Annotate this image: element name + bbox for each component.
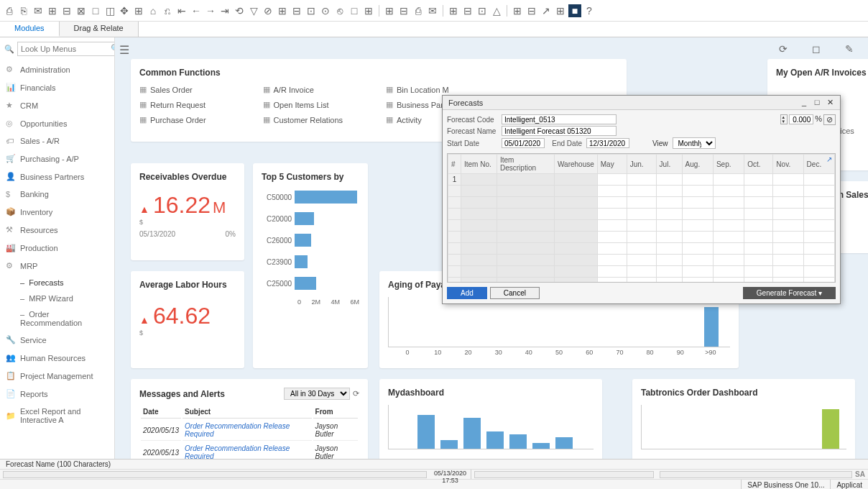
grid-row[interactable] <box>448 243 835 255</box>
table-row[interactable]: 2020/05/13Order Recommendation Release R… <box>141 442 358 459</box>
toolbar-icon[interactable]: → <box>204 4 217 17</box>
toolbar-icon[interactable]: ⇤ <box>175 4 188 17</box>
menu-item[interactable]: ⚙MRP <box>0 257 114 275</box>
toolbar-icon[interactable]: ⌂ <box>147 4 160 17</box>
toolbar-icon[interactable]: ⊞ <box>132 4 145 17</box>
toolbar-icon[interactable]: ⎘ <box>17 4 30 17</box>
grid-row[interactable] <box>448 186 835 197</box>
menu-item[interactable]: 📄Reports <box>0 385 114 403</box>
search-input[interactable] <box>17 42 115 56</box>
column-header[interactable]: From <box>313 406 358 419</box>
scrollbar[interactable] <box>660 471 852 478</box>
toolbar-icon[interactable]: ⊞ <box>383 4 396 17</box>
column-header[interactable]: Subject <box>183 406 312 419</box>
grid-header[interactable]: Warehouse <box>555 155 598 174</box>
toolbar-icon[interactable]: ■ <box>568 4 581 17</box>
toolbar-icon[interactable]: ⊞ <box>276 4 289 17</box>
toolbar-icon[interactable]: ↗ <box>540 4 553 17</box>
toolbar-icon[interactable]: ⊠ <box>75 4 88 17</box>
grid-row[interactable] <box>448 209 835 220</box>
menu-item[interactable]: ⚙Administration <box>0 60 114 78</box>
function-item[interactable]: ▦Customer Relations <box>263 115 372 124</box>
grid-header[interactable]: Nov. <box>773 155 803 174</box>
toolbar-icon[interactable]: ▽ <box>247 4 260 17</box>
toolbar-icon[interactable]: ⇥ <box>218 4 231 17</box>
tab-drag-relate[interactable]: Drag & Relate <box>60 22 139 37</box>
grid-header[interactable]: # <box>448 155 461 174</box>
function-item[interactable]: ▦Purchase Order <box>139 115 249 124</box>
menu-item[interactable]: ◎Opportunities <box>0 114 114 132</box>
grid-header[interactable]: Item No. <box>461 155 497 174</box>
view-select[interactable]: Monthly <box>673 137 716 149</box>
generate-forecast-button[interactable]: Generate Forecast ▾ <box>743 287 836 299</box>
toolbar-icon[interactable]: ⎋ <box>333 4 346 17</box>
toolbar-icon[interactable]: ⊡ <box>305 4 318 17</box>
menu-item[interactable]: 📊Financials <box>0 78 114 96</box>
menu-item[interactable]: 👤Business Partners <box>0 168 114 186</box>
toolbar-icon[interactable]: ⊞ <box>447 4 460 17</box>
messages-filter[interactable]: All in 30 Days <box>284 388 350 400</box>
expand-grid-icon[interactable]: ↗ <box>826 155 832 163</box>
refresh-icon[interactable]: ⟳ <box>353 389 359 398</box>
toolbar-icon[interactable]: ? <box>583 4 596 17</box>
menu-item[interactable]: 📋Project Management <box>0 367 114 385</box>
toolbar-icon[interactable]: ✉ <box>32 4 45 17</box>
grid-header[interactable]: Item Description <box>497 155 555 174</box>
toolbar-icon[interactable]: □ <box>348 4 361 17</box>
toolbar-icon[interactable]: ⊞ <box>46 4 59 17</box>
scrollbar[interactable] <box>3 471 427 478</box>
menu-item[interactable]: 📁Excel Report and Interactive A <box>0 403 114 429</box>
function-item[interactable]: ▦Bin Location M <box>386 85 495 94</box>
grid-header[interactable]: May <box>597 155 627 174</box>
grid-header[interactable]: Aug. <box>682 155 713 174</box>
end-date-input[interactable] <box>586 138 629 148</box>
toolbar-icon[interactable]: ⊘ <box>262 4 274 17</box>
menu-item[interactable]: 👥Human Resources <box>0 349 114 367</box>
grid-header[interactable]: Jul. <box>656 155 682 174</box>
pct-stepper[interactable]: ▲▼ <box>780 114 788 124</box>
pct-apply-icon[interactable]: ⊘ <box>823 114 836 125</box>
grid-row[interactable] <box>448 255 835 266</box>
grid-row[interactable] <box>448 266 835 278</box>
forecast-code-input[interactable] <box>502 114 617 124</box>
maximize-icon[interactable]: □ <box>813 98 821 107</box>
menu-item[interactable]: 🏷Sales - A/R <box>0 132 114 150</box>
toolbar-icon[interactable]: ⎙ <box>3 4 16 17</box>
close-icon[interactable]: ✕ <box>826 98 834 107</box>
toolbar-icon[interactable]: ⊡ <box>476 4 489 17</box>
menu-item[interactable]: 🏭Production <box>0 239 114 257</box>
toolbar-icon[interactable]: ⊟ <box>60 4 73 17</box>
menu-item[interactable]: ★CRM <box>0 96 114 114</box>
submenu-item[interactable]: – MRP Wizard <box>0 291 114 306</box>
function-item[interactable]: ▦Open Items List <box>263 100 372 109</box>
function-item[interactable]: ▦A/R Invoice <box>263 85 372 94</box>
grid-row[interactable] <box>448 278 835 283</box>
menu-item[interactable]: 🛒Purchasing - A/P <box>0 150 114 168</box>
toolbar-icon[interactable]: ✥ <box>118 4 131 17</box>
toolbar-icon[interactable]: ⊟ <box>397 4 410 17</box>
toolbar-icon[interactable]: ⟲ <box>233 4 246 17</box>
toolbar-icon[interactable]: ◫ <box>103 4 116 17</box>
refresh-icon[interactable]: ⟳ <box>779 43 790 55</box>
column-header[interactable]: Date <box>141 406 181 419</box>
toolbar-icon[interactable]: ⊞ <box>511 4 524 17</box>
cancel-button[interactable]: Cancel <box>490 287 540 299</box>
toolbar-icon[interactable]: ⎌ <box>161 4 174 17</box>
grid-header[interactable]: Jun. <box>627 155 656 174</box>
forecast-name-input[interactable] <box>502 126 617 136</box>
toolbar-icon[interactable]: □ <box>89 4 102 17</box>
grid-row[interactable]: 1 <box>448 174 835 186</box>
menu-item[interactable]: $Banking <box>0 186 114 203</box>
toolbar-icon[interactable]: ⊞ <box>554 4 567 17</box>
function-item[interactable]: ▦Sales Order <box>139 85 249 94</box>
toolbar-icon[interactable]: ⊙ <box>319 4 332 17</box>
function-item[interactable]: ▦Return Request <box>139 100 249 109</box>
toolbar-icon[interactable]: ← <box>190 4 203 17</box>
toolbar-icon[interactable]: ⊟ <box>290 4 303 17</box>
forecast-grid[interactable]: #Item No.Item DescriptionWarehouseMayJun… <box>448 154 835 283</box>
menu-item[interactable]: 📦Inventory <box>0 203 114 221</box>
grid-row[interactable] <box>448 232 835 243</box>
grid-row[interactable] <box>448 197 835 209</box>
toolbar-icon[interactable]: ✉ <box>426 4 439 17</box>
hamburger-icon[interactable]: ☰ <box>119 43 129 57</box>
